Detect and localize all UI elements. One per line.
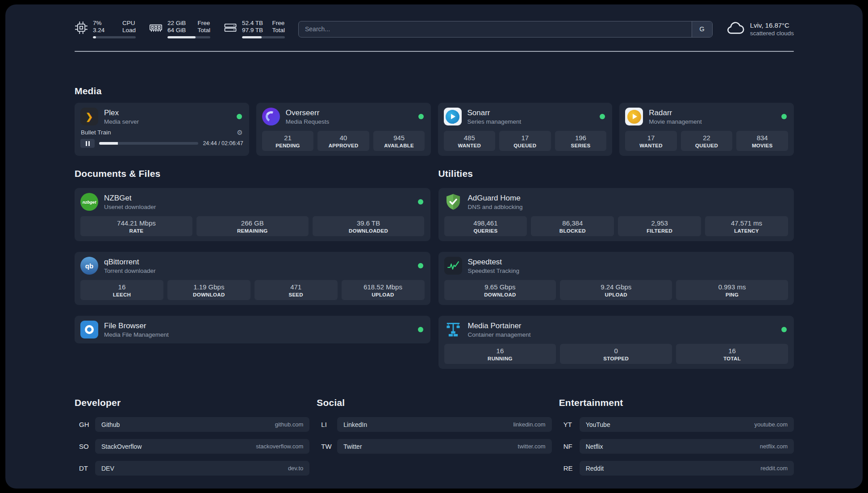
gear-icon[interactable]: ⚙ <box>237 129 242 136</box>
playback-progress-bar[interactable] <box>99 142 198 145</box>
service-subtitle: Media File Management <box>104 331 169 338</box>
bookmark-stackoverflow: SO StackOverflow stackoverflow.com <box>75 439 309 454</box>
bookmark-domain: reddit.com <box>760 465 788 472</box>
stat-value: 21 <box>264 134 312 142</box>
service-card-filebrowser[interactable]: File Browser Media File Management <box>75 316 430 343</box>
stat-seed: 471 SEED <box>255 280 338 300</box>
service-card-radarr[interactable]: Radarr Movie management 17 WANTED 22 QUE… <box>619 103 794 156</box>
stat-blocked: 86,384 BLOCKED <box>531 216 614 236</box>
stat-ping: 0.993 ms PING <box>676 280 788 300</box>
cpu-icon <box>75 21 88 36</box>
cpu-usage-label: CPU <box>122 20 136 26</box>
bookmark-link-stackoverflow[interactable]: StackOverflow stackoverflow.com <box>95 439 309 454</box>
stat-label: QUEUED <box>501 143 549 148</box>
plex-glyph: ❯ <box>86 111 93 122</box>
stat-label: STOPPED <box>562 356 670 361</box>
bookmark-link-youtube[interactable]: YouTube youtube.com <box>580 417 794 432</box>
pause-button[interactable] <box>80 139 95 148</box>
status-dot <box>781 327 787 332</box>
bookmark-name: Reddit <box>586 465 604 472</box>
bookmark-link-github[interactable]: Github github.com <box>95 417 309 432</box>
bookmark-abbr: YT <box>559 421 580 428</box>
speedtest-icon <box>444 257 462 275</box>
stat-value: 86,384 <box>533 219 612 227</box>
service-name: Speedtest <box>468 258 520 267</box>
stat-value: 744.21 Mbps <box>82 219 191 227</box>
stat-pending: 21 PENDING <box>262 131 314 151</box>
stat-label: UPLOAD <box>343 292 423 297</box>
bookmark-link-linkedin[interactable]: LinkedIn linkedin.com <box>337 417 551 432</box>
memory-icon <box>149 21 163 36</box>
section-media: Media ❯ Plex Media server Bullet Train ⚙ <box>75 86 794 156</box>
stat-label: AVAILABLE <box>375 143 423 148</box>
stat-value: 266 GB <box>198 219 307 227</box>
bookmark-link-twitter[interactable]: Twitter twitter.com <box>337 439 551 454</box>
service-card-plex[interactable]: ❯ Plex Media server Bullet Train ⚙ <box>75 103 249 156</box>
status-dot <box>418 199 423 205</box>
service-card-speedtest[interactable]: Speedtest Speedtest Tracking 9.65 Gbps D… <box>438 252 794 305</box>
service-subtitle: Movie management <box>649 118 702 125</box>
bookmark-link-netflix[interactable]: Netflix netflix.com <box>580 439 794 454</box>
cpu-usage-value: 7% <box>93 20 115 26</box>
bookmark-domain: netflix.com <box>760 443 788 450</box>
bookmarks: Developer GH Github github.com SO StackO… <box>75 397 794 489</box>
stat-filtered: 2,953 FILTERED <box>618 216 701 236</box>
status-dot <box>418 263 423 268</box>
bookmark-group-social: Social LI LinkedIn linkedin.com TW Twitt… <box>317 397 551 483</box>
bookmark-group-entertainment: Entertainment YT YouTube youtube.com NF … <box>559 397 794 483</box>
playback-time: 24:44 / 02:06:47 <box>203 140 243 146</box>
service-name: File Browser <box>104 322 169 330</box>
divider <box>75 51 794 52</box>
adguard-icon <box>444 193 462 211</box>
disk-widget: 52.4 TB Free 97.9 TB Total <box>224 20 285 38</box>
stat-value: 22 <box>683 134 731 142</box>
service-subtitle: DNS and adblocking <box>468 204 523 210</box>
stat-label: MOVIES <box>738 143 786 148</box>
stat-label: WANTED <box>446 143 494 148</box>
stat-wanted: 17 WANTED <box>625 131 677 151</box>
stat-rate: 744.21 Mbps RATE <box>80 216 192 236</box>
stat-label: TOTAL <box>678 356 786 361</box>
search-input[interactable] <box>299 21 692 37</box>
bookmark-abbr: SO <box>75 443 95 450</box>
radarr-icon <box>625 108 643 125</box>
service-card-nzbget[interactable]: nzbget NZBGet Usenet downloader 744.21 M… <box>75 188 430 241</box>
stat-value: 0 <box>562 347 670 355</box>
bookmark-name: Github <box>101 421 120 428</box>
disk-free-label: Free <box>272 20 285 26</box>
now-playing-title: Bullet Train <box>81 129 111 136</box>
service-card-adguard[interactable]: AdGuard Home DNS and adblocking 498,461 … <box>438 188 794 241</box>
stat-value: 16 <box>82 283 162 291</box>
service-card-sonarr[interactable]: Sonarr Series management 485 WANTED 17 Q… <box>438 103 613 156</box>
bookmark-linkedin: LI LinkedIn linkedin.com <box>317 417 551 432</box>
service-card-portainer[interactable]: Media Portainer Container management 16 … <box>438 316 794 369</box>
service-subtitle: Container management <box>468 331 531 338</box>
stat-value: 17 <box>627 134 675 142</box>
memory-progress-fill <box>167 36 196 38</box>
service-subtitle: Usenet downloader <box>104 204 156 210</box>
stat-label: LATENCY <box>707 228 786 234</box>
disk-free-value: 52.4 TB <box>242 20 265 26</box>
section-title-media: Media <box>75 86 794 96</box>
stat-label: DOWNLOAD <box>446 292 555 297</box>
plex-icon: ❯ <box>80 108 98 125</box>
bookmark-link-dev[interactable]: DEV dev.to <box>95 461 309 476</box>
stat-queued: 22 QUEUED <box>681 131 733 151</box>
service-name: Plex <box>104 109 139 117</box>
search-provider-button[interactable]: G <box>692 21 712 37</box>
stat-series: 196 SERIES <box>555 131 607 151</box>
service-subtitle: Series management <box>467 118 522 125</box>
portainer-icon <box>444 321 462 338</box>
bookmark-link-reddit[interactable]: Reddit reddit.com <box>580 461 794 476</box>
service-card-overseerr[interactable]: Overseerr Media Requests 21 PENDING 40 A… <box>256 103 431 156</box>
stat-leech: 16 LEECH <box>80 280 163 300</box>
bookmark-abbr: NF <box>559 443 580 450</box>
service-card-qbittorrent[interactable]: qb qBittorrent Torrent downloader 16 LEE… <box>75 252 430 305</box>
stat-available: 945 AVAILABLE <box>373 131 425 151</box>
stat-running: 16 RUNNING <box>444 344 556 364</box>
stat-value: 47.571 ms <box>707 219 786 227</box>
bookmark-domain: github.com <box>275 421 304 428</box>
sonarr-icon <box>444 108 462 125</box>
memory-total-value: 64 GiB <box>167 27 190 33</box>
bookmark-group-developer: Developer GH Github github.com SO StackO… <box>75 397 309 483</box>
